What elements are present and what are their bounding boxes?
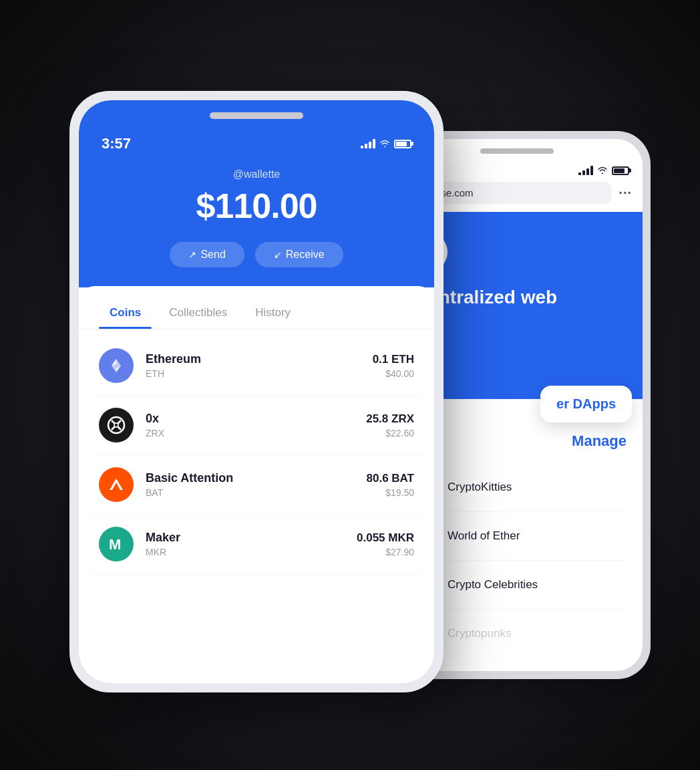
worldofether-label: World of Ether xyxy=(448,529,520,543)
eth-name: Ethereum xyxy=(146,352,373,366)
bat-symbol: BAT xyxy=(146,487,367,498)
mkr-icon: M xyxy=(99,527,134,561)
wallet-header: 3:57 xyxy=(79,100,434,287)
wallet-username: @wallette xyxy=(99,168,414,180)
cryptokitties-label: CryptoKitties xyxy=(448,481,512,494)
bat-crypto-amount: 80.6 BAT xyxy=(367,472,415,485)
eth-usd-amount: $40.00 xyxy=(373,368,414,379)
receive-button[interactable]: ↙ Receive xyxy=(255,242,343,267)
front-status-bar: 3:57 xyxy=(99,135,414,152)
eth-info: Ethereum ETH xyxy=(146,352,373,379)
status-time: 3:57 xyxy=(102,135,131,152)
zrx-amounts: 25.8 ZRX $22.60 xyxy=(366,412,414,438)
url-more-icon[interactable]: ··· xyxy=(619,185,632,201)
send-arrow-icon: ↗ xyxy=(188,249,196,260)
mkr-info: Maker MKR xyxy=(146,531,357,557)
tab-coins[interactable]: Coins xyxy=(99,299,152,329)
back-phone-notch xyxy=(480,148,554,154)
wallet-tabs: Coins Collectibles History xyxy=(79,286,434,581)
zrx-icon xyxy=(99,408,134,442)
dapps-card-text: er DApps xyxy=(556,396,616,411)
send-label: Send xyxy=(200,249,225,261)
scene: coinbase.com ··· ecentralized web er DAp… xyxy=(49,51,651,719)
zrx-info: 0x ZRX xyxy=(146,412,366,438)
eth-symbol: ETH xyxy=(146,368,373,379)
coin-item-mkr[interactable]: M Maker MKR 0.055 MKR $27.90 xyxy=(92,515,421,574)
zrx-name: 0x xyxy=(146,412,366,426)
phone-front: 3:57 xyxy=(69,91,444,692)
wifi-icon xyxy=(379,140,390,148)
zrx-crypto-amount: 25.8 ZRX xyxy=(366,412,414,426)
mkr-crypto-amount: 0.055 MKR xyxy=(357,531,414,545)
bat-amounts: 80.6 BAT $19.50 xyxy=(367,472,415,498)
mkr-amounts: 0.055 MKR $27.90 xyxy=(357,531,414,557)
back-battery-icon xyxy=(612,166,629,175)
coin-list: Ethereum ETH 0.1 ETH $40.00 xyxy=(79,330,434,581)
tab-collectibles[interactable]: Collectibles xyxy=(158,299,238,329)
wallet-actions: ↗ Send ↙ Receive xyxy=(99,242,414,267)
battery-icon xyxy=(394,140,411,148)
tab-history[interactable]: History xyxy=(244,299,301,329)
zrx-symbol: ZRX xyxy=(146,428,366,438)
bat-name: Basic Attention xyxy=(146,471,367,485)
wallet-balance: $110.00 xyxy=(99,186,414,226)
zrx-usd-amount: $22.60 xyxy=(366,428,414,438)
bat-info: Basic Attention BAT xyxy=(146,471,367,498)
bat-usd-amount: $19.50 xyxy=(367,487,415,498)
receive-arrow-icon: ↙ xyxy=(274,249,282,260)
receive-label: Receive xyxy=(286,249,325,261)
eth-crypto-amount: 0.1 ETH xyxy=(373,353,414,366)
dapps-card[interactable]: er DApps xyxy=(540,386,632,422)
send-button[interactable]: ↗ Send xyxy=(170,242,244,267)
svg-point-9 xyxy=(114,423,118,427)
mkr-symbol: MKR xyxy=(146,547,357,557)
back-wifi-icon xyxy=(597,166,608,174)
cryptocelebrities-label: Crypto Celebrities xyxy=(448,578,538,592)
front-phone-notch xyxy=(210,112,303,119)
eth-icon xyxy=(99,348,134,383)
coin-item-bat[interactable]: Basic Attention BAT 80.6 BAT $19.50 xyxy=(92,455,421,515)
cryptopunks-label: Cryptopunks xyxy=(448,627,511,640)
tabs-header: Coins Collectibles History xyxy=(79,286,434,330)
bat-icon xyxy=(99,467,134,502)
signal-icon xyxy=(361,139,375,148)
mkr-usd-amount: $27.90 xyxy=(357,547,414,557)
mkr-name: Maker xyxy=(146,531,357,545)
eth-amounts: 0.1 ETH $40.00 xyxy=(373,353,414,379)
coin-item-eth[interactable]: Ethereum ETH 0.1 ETH $40.00 xyxy=(92,336,421,396)
status-icons xyxy=(361,139,411,148)
svg-text:M: M xyxy=(109,536,121,553)
back-signal-icon xyxy=(578,166,593,175)
coin-item-zrx[interactable]: 0x ZRX 25.8 ZRX $22.60 xyxy=(92,396,421,455)
